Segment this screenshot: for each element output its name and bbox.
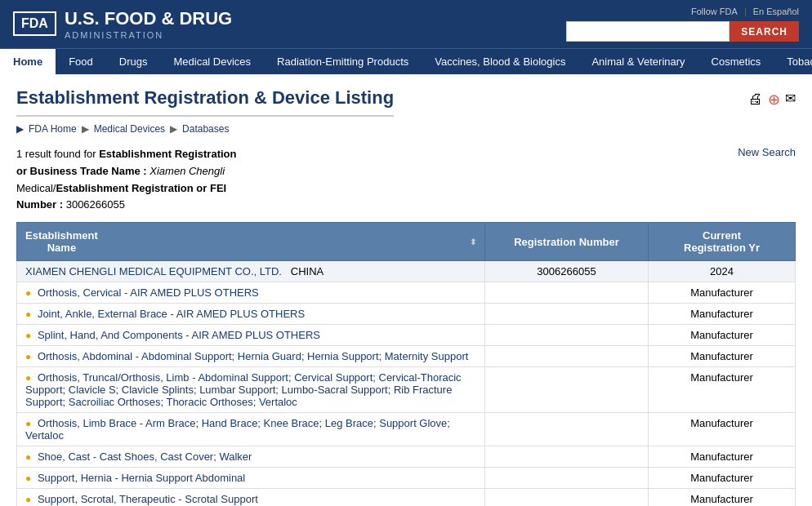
device-reg-num	[485, 413, 649, 446]
device-reg-num	[485, 446, 649, 468]
device-reg-num	[485, 304, 649, 325]
bullet-icon: ●	[25, 451, 31, 463]
th-current-reg-yr: CurrentRegistration Yr	[649, 223, 796, 261]
th-establishment-label: EstablishmentName	[25, 229, 98, 254]
table-row: ● Orthosis, Abdominal - Abdominal Suppor…	[17, 346, 796, 367]
breadcrumb: ▶ FDA Home ▶ Medical Devices ▶ Databases	[16, 123, 796, 135]
page-header: FDA U.S. FOOD & DRUG ADMINISTRATION Foll…	[0, 0, 812, 48]
device-name-cell: ● Orthosis, Cervical - AIR AMED PLUS OTH…	[17, 282, 485, 304]
device-name-cell: ● Shoe, Cast - Cast Shoes, Cast Cover; W…	[17, 446, 485, 468]
company-reg-number: 3006266055	[485, 261, 649, 282]
device-name-cell: ● Joint, Ankle, External Brace - AIR AME…	[17, 304, 485, 325]
device-link[interactable]: Joint, Ankle, External Brace - AIR AMED …	[38, 308, 305, 320]
table-row: ● Support, Hernia - Hernia Support Abdom…	[17, 468, 796, 489]
agency-name: U.S. FOOD & DRUG	[65, 8, 232, 29]
breadcrumb-separator-1: ▶	[82, 123, 89, 135]
header-links: Follow FDA | En Español	[691, 7, 799, 16]
device-type: Manufacturer	[649, 282, 796, 304]
nav-drugs[interactable]: Drugs	[106, 49, 161, 74]
result-number-label: Number :	[16, 198, 66, 211]
bullet-icon: ●	[25, 494, 31, 505]
search-input[interactable]	[566, 21, 729, 42]
device-link[interactable]: Orthosis, Limb Brace - Arm Brace; Hand B…	[25, 417, 450, 442]
search-area: SEARCH	[566, 21, 799, 42]
device-reg-num	[485, 282, 649, 304]
breadcrumb-separator-2: ▶	[170, 123, 177, 135]
bullet-icon: ●	[25, 351, 31, 362]
bullet-icon: ●	[25, 473, 31, 484]
fda-logo: FDA	[13, 11, 56, 36]
breadcrumb-medical-devices[interactable]: Medical Devices	[94, 123, 165, 135]
bullet-icon: ●	[25, 330, 31, 341]
follow-fda-link[interactable]: Follow FDA	[691, 7, 738, 16]
email-icon[interactable]: ✉	[785, 91, 796, 109]
bookmark-icon[interactable]: ⊕	[768, 91, 780, 109]
main-content: Establishment Registration & Device List…	[0, 74, 812, 506]
table-row: ● Splint, Hand, And Components - AIR AME…	[17, 325, 796, 346]
device-name-cell: ● Orthosis, Abdominal - Abdominal Suppor…	[17, 346, 485, 367]
main-nav: Home Food Drugs Medical Devices Radiatio…	[0, 48, 812, 74]
nav-radiation[interactable]: Radiation-Emitting Products	[264, 49, 422, 74]
device-link[interactable]: Support, Hernia - Hernia Support Abdomin…	[38, 472, 245, 484]
bullet-icon: ●	[25, 418, 31, 429]
table-row: ● Joint, Ankle, External Brace - AIR AME…	[17, 304, 796, 325]
result-value: Xiamen Chengli	[149, 165, 225, 177]
bullet-icon: ●	[25, 308, 31, 320]
device-link[interactable]: Splint, Hand, And Components - AIR AMED …	[38, 329, 320, 341]
device-name-cell: ● Splint, Hand, And Components - AIR AME…	[17, 325, 485, 346]
table-row: ● Support, Scrotal, Therapeutic - Scrota…	[17, 489, 796, 506]
page-title: Establishment Registration & Device List…	[16, 87, 394, 117]
nav-tobacco[interactable]: Tobacco Products	[774, 49, 812, 74]
nav-vaccines[interactable]: Vaccines, Blood & Biologics	[422, 49, 578, 74]
company-name-link[interactable]: XIAMEN CHENGLI MEDICAL EQUIPMENT CO., LT…	[25, 265, 282, 277]
company-name-cell: XIAMEN CHENGLI MEDICAL EQUIPMENT CO., LT…	[17, 261, 485, 282]
breadcrumb-databases[interactable]: Databases	[182, 123, 229, 135]
device-type: Manufacturer	[649, 413, 796, 446]
device-type: Manufacturer	[649, 446, 796, 468]
header-right: Follow FDA | En Español SEARCH	[566, 7, 799, 42]
breadcrumb-fda-home[interactable]: FDA Home	[29, 123, 77, 135]
result-bold-fei: Establishment Registration or FEI	[56, 182, 226, 194]
device-link[interactable]: Shoe, Cast - Cast Shoes, Cast Cover; Wal…	[38, 451, 252, 463]
device-link[interactable]: Orthosis, Cervical - AIR AMED PLUS OTHER…	[38, 286, 259, 299]
company-reg-yr: 2024	[649, 261, 796, 282]
result-bold-or: or Business Trade Name :	[16, 165, 149, 177]
device-name-cell: ● Orthosis, Limb Brace - Arm Brace; Hand…	[17, 413, 485, 446]
result-bold-1: Establishment Registration	[99, 148, 236, 160]
result-area: 1 result found for Establishment Registr…	[16, 146, 796, 214]
table-row: ● Orthosis, Cervical - AIR AMED PLUS OTH…	[17, 282, 796, 304]
result-info: 1 result found for Establishment Registr…	[16, 146, 236, 214]
device-name-cell: ● Support, Scrotal, Therapeutic - Scrota…	[17, 489, 485, 506]
nav-food[interactable]: Food	[56, 49, 106, 74]
th-registration-number: Registration Number	[485, 223, 649, 261]
action-icons: 🖨 ⊕ ✉	[748, 91, 796, 109]
device-reg-num	[485, 325, 649, 346]
result-text-prefix: 1 result found for	[16, 148, 99, 160]
device-reg-num	[485, 489, 649, 506]
device-type: Manufacturer	[649, 489, 796, 506]
company-row: XIAMEN CHENGLI MEDICAL EQUIPMENT CO., LT…	[17, 261, 796, 282]
print-icon[interactable]: 🖨	[748, 91, 763, 109]
en-espanol-link[interactable]: En Español	[753, 7, 799, 16]
device-type: Manufacturer	[649, 367, 796, 413]
device-type: Manufacturer	[649, 325, 796, 346]
nav-home[interactable]: Home	[0, 49, 56, 74]
th-establishment-name[interactable]: EstablishmentName ⬍	[17, 223, 485, 261]
device-link[interactable]: Orthosis, Abdominal - Abdominal Support;…	[38, 350, 469, 362]
new-search-link[interactable]: New Search	[738, 146, 796, 158]
device-link[interactable]: Support, Scrotal, Therapeutic - Scrotal …	[38, 493, 258, 505]
breadcrumb-arrow-icon: ▶	[16, 123, 24, 135]
result-text-medical: Medical	[16, 182, 53, 194]
agency-sub: ADMINISTRATION	[65, 30, 232, 40]
company-country: CHINA	[291, 265, 323, 277]
nav-cosmetics[interactable]: Cosmetics	[698, 49, 774, 74]
table-row: ● Shoe, Cast - Cast Shoes, Cast Cover; W…	[17, 446, 796, 468]
device-link[interactable]: Orthosis, Truncal/Orthosis, Limb - Abdom…	[25, 371, 462, 408]
divider: |	[744, 7, 747, 16]
bullet-icon: ●	[25, 287, 31, 299]
nav-animal[interactable]: Animal & Veterinary	[578, 49, 698, 74]
th-curr-reg-label: CurrentRegistration Yr	[684, 229, 760, 254]
nav-medical-devices[interactable]: Medical Devices	[160, 49, 264, 74]
agency-name-block: U.S. FOOD & DRUG ADMINISTRATION	[65, 8, 232, 39]
search-button[interactable]: SEARCH	[729, 21, 799, 42]
